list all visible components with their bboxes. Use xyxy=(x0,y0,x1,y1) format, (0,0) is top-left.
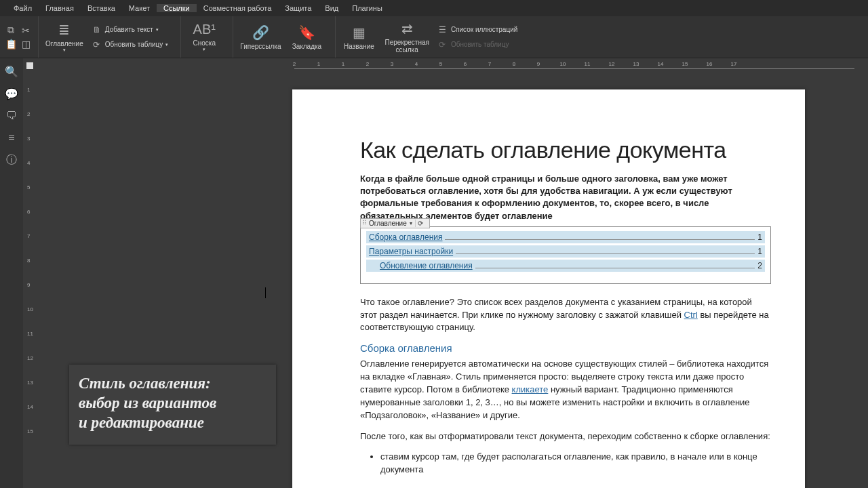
toc-icon: ≣ xyxy=(58,22,70,38)
left-sidebar: 🔍 💬 🗨 ≡ ⓘ xyxy=(0,58,23,488)
update-table-label: Обновить таблицу xyxy=(105,41,163,48)
toc-header[interactable]: ⠿ Оглавление ▾ ⟳ xyxy=(360,218,430,228)
chevron-down-icon[interactable]: ▾ xyxy=(410,220,412,226)
callout-line: Стиль оглавления: xyxy=(79,374,265,394)
select-icon[interactable]: ◫ xyxy=(20,39,31,49)
toc-field[interactable]: ⠿ Оглавление ▾ ⟳ Сборка оглавления1Парам… xyxy=(360,226,771,284)
callout-line: и редактирование xyxy=(79,413,265,433)
search-icon[interactable]: 🔍 xyxy=(5,65,18,78)
crossref-label2: ссылка xyxy=(396,46,418,54)
toc-label: Оглавление xyxy=(45,40,83,47)
update-table-button[interactable]: ⟳ Обновить таблицу ▾ xyxy=(90,39,172,51)
toc-entry-label[interactable]: Обновление оглавления xyxy=(380,261,473,270)
links-group: 🔗 Гиперссылка 🔖 Закладка xyxy=(233,16,330,58)
crossref-label1: Перекрестная xyxy=(384,39,429,46)
menu-collab[interactable]: Совместная работа xyxy=(197,4,279,12)
refresh-icon: ⟳ xyxy=(439,40,448,49)
toc-entry-label[interactable]: Сборка оглавления xyxy=(369,232,442,242)
chevron-down-icon: ▾ xyxy=(156,27,159,33)
toc-page-number: 2 xyxy=(757,261,762,270)
video-caption-overlay: Стиль оглавления: выбор из вариантов и р… xyxy=(69,365,276,445)
toc-rows: Сборка оглавления1Параметры настройки1Об… xyxy=(361,227,770,283)
menu-view[interactable]: Вид xyxy=(318,4,345,12)
chevron-down-icon: ▾ xyxy=(63,47,66,53)
menu-protect[interactable]: Защита xyxy=(278,4,318,12)
cut-icon[interactable]: ✂ xyxy=(20,25,31,36)
caption-label: Название xyxy=(344,43,374,50)
footnote-group: AB¹ Сноска ▾ xyxy=(180,16,227,58)
crossref-icon: ⇄ xyxy=(401,20,413,37)
footnote-label: Сноска xyxy=(193,39,216,47)
toc-entry-label[interactable]: Параметры настройки xyxy=(369,247,453,256)
text-cursor xyxy=(265,287,266,298)
doc-lead: Когда в файле больше одной страницы и бо… xyxy=(360,173,771,222)
toc-button[interactable]: ≣ Оглавление ▾ xyxy=(43,20,86,54)
crossref-button[interactable]: ⇄ Перекрестная ссылка xyxy=(382,19,431,55)
add-text-icon: 🗎 xyxy=(93,25,102,35)
link-icon: 🔗 xyxy=(252,24,269,41)
doc-link[interactable]: кликаете xyxy=(512,384,549,394)
add-text-label: Добавить текст xyxy=(105,26,153,33)
doc-paragraph: Оглавление генерируется автоматически на… xyxy=(360,358,771,422)
hyperlink-button[interactable]: 🔗 Гиперссылка xyxy=(237,23,283,52)
toc-row[interactable]: Обновление оглавления2 xyxy=(366,260,765,272)
list-icon: ☰ xyxy=(439,25,448,35)
doc-paragraph: После того, как вы отформатировали текст… xyxy=(360,430,771,443)
refresh-icon: ⟳ xyxy=(93,40,102,49)
headings-icon[interactable]: ≡ xyxy=(8,131,14,144)
doc-paragraph: Что такое оглавление? Это список всех ра… xyxy=(360,296,771,335)
toc-row[interactable]: Параметры настройки1 xyxy=(366,245,765,258)
toc-page-number: 1 xyxy=(757,247,762,256)
menu-plugins[interactable]: Плагины xyxy=(345,4,389,12)
add-text-button[interactable]: 🗎 Добавить текст ▾ xyxy=(90,24,172,36)
doc-heading2: Сборка оглавления xyxy=(360,342,771,354)
menu-home[interactable]: Главная xyxy=(39,4,81,12)
menu-file[interactable]: Файл xyxy=(7,4,39,12)
ctrl-key-text: Ctrl xyxy=(684,310,698,320)
info-icon[interactable]: ⓘ xyxy=(6,153,17,167)
horizontal-ruler[interactable]: 211234567891011121314151617 xyxy=(37,58,868,73)
ribbon: ⧉ ✂ 📋 ◫ ≣ Оглавление ▾ 🗎 Добавить текст … xyxy=(0,16,868,58)
toc-leader xyxy=(475,261,755,268)
ruler-corner xyxy=(23,58,37,73)
doc-list: ставим курсор там, где будет располагать… xyxy=(380,451,771,476)
toc-header-label: Оглавление xyxy=(369,220,407,227)
caption-icon: ▦ xyxy=(353,24,366,41)
bookmark-icon: 🔖 xyxy=(298,24,315,41)
bookmark-label: Закладка xyxy=(292,43,321,50)
chevron-down-icon: ▾ xyxy=(203,47,205,52)
callout-line: выбор из вариантов xyxy=(79,394,265,413)
page[interactable]: Как сделать оглавление документа Когда в… xyxy=(292,89,805,488)
hyperlink-label: Гиперссылка xyxy=(240,43,281,50)
footnote-button[interactable]: AB¹ Сноска ▾ xyxy=(185,20,223,54)
chat-icon[interactable]: 🗨 xyxy=(6,110,17,122)
toc-group: ≣ Оглавление ▾ 🗎 Добавить текст ▾ ⟳ Обно… xyxy=(38,16,175,58)
doc-title: Как сделать оглавление документа xyxy=(360,137,771,163)
toc-row[interactable]: Сборка оглавления1 xyxy=(366,231,765,243)
toc-leader xyxy=(456,247,755,254)
captions-group: ▦ Название ⇄ Перекрестная ссылка ☰ Списо… xyxy=(335,16,524,58)
update-table2-button: ⟳ Обновить таблицу xyxy=(436,39,520,51)
paste-icon[interactable]: 📋 xyxy=(5,39,16,49)
menu-layout[interactable]: Макет xyxy=(122,4,157,12)
menu-references[interactable]: Ссылки xyxy=(157,4,197,12)
comments-icon[interactable]: 💬 xyxy=(5,87,18,100)
illus-list-label: Список иллюстраций xyxy=(451,26,517,33)
bookmark-button[interactable]: 🔖 Закладка xyxy=(288,23,326,52)
drag-handle-icon[interactable]: ⠿ xyxy=(362,220,367,226)
menu-insert[interactable]: Вставка xyxy=(81,4,122,12)
copy-icon[interactable]: ⧉ xyxy=(5,25,16,36)
chevron-down-icon: ▾ xyxy=(165,42,168,47)
vertical-ruler[interactable]: 123456789101112131415 xyxy=(23,73,37,488)
toc-page-number: 1 xyxy=(757,232,762,242)
toc-refresh-icon[interactable]: ⟳ xyxy=(415,220,425,227)
illustrations-list-button[interactable]: ☰ Список иллюстраций xyxy=(436,24,520,36)
footnote-icon: AB¹ xyxy=(193,22,216,37)
clipboard-group: ⧉ ✂ 📋 ◫ xyxy=(4,22,33,52)
menubar: Файл Главная Вставка Макет Ссылки Совмес… xyxy=(0,0,868,16)
update-table2-label: Обновить таблицу xyxy=(451,41,509,48)
toc-leader xyxy=(445,232,755,240)
list-item: ставим курсор там, где будет располагать… xyxy=(380,451,771,476)
caption-button[interactable]: ▦ Название xyxy=(340,23,378,52)
